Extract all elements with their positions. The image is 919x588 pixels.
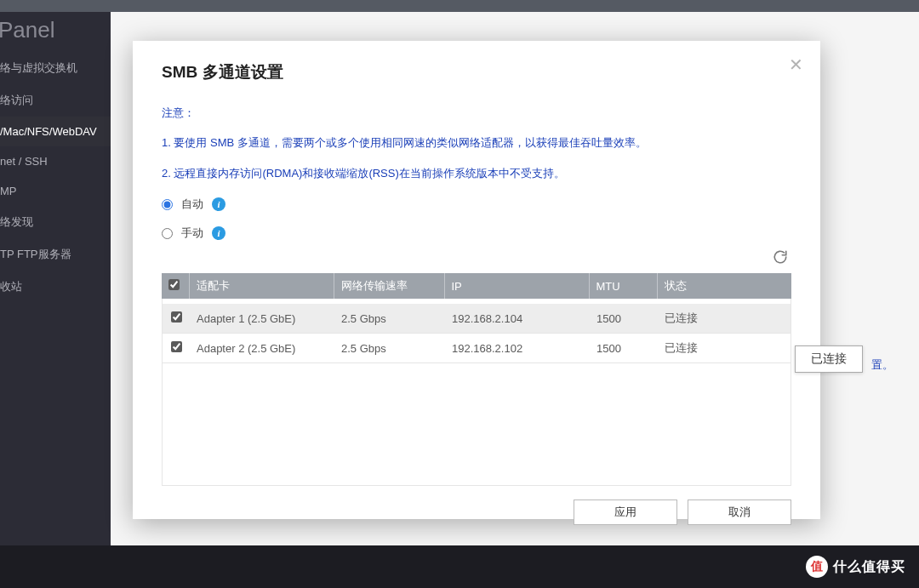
sidebar-item-label: 络发现 xyxy=(0,215,33,228)
brand-watermark: 值 什么值得买 xyxy=(806,556,905,578)
row-checkbox[interactable] xyxy=(171,341,182,352)
radio-auto[interactable] xyxy=(162,199,173,210)
cell-rate: 2.5 Gbps xyxy=(334,334,445,363)
row-checkbox[interactable] xyxy=(171,311,182,323)
sidebar: Panel 络与虚拟交换机 络访问 /Mac/NFS/WebDAV net / … xyxy=(0,12,111,545)
col-header-status[interactable]: 状态 xyxy=(657,273,791,299)
sidebar-item-ftp-server[interactable]: TP FTP服务器 xyxy=(0,238,111,271)
radio-manual[interactable] xyxy=(162,228,173,239)
table-row[interactable]: Adapter 1 (2.5 GbE) 2.5 Gbps 192.168.2.1… xyxy=(163,304,791,334)
col-header-adapter[interactable]: 适配卡 xyxy=(189,273,334,299)
cell-ip: 192.168.2.102 xyxy=(445,334,590,363)
app-title: Panel xyxy=(0,12,111,52)
cell-ip: 192.168.2.104 xyxy=(445,304,590,334)
radio-auto-label: 自动 xyxy=(181,197,203,212)
watermark-bar: 值 什么值得买 xyxy=(0,545,919,588)
note-header: 注意： xyxy=(162,106,791,121)
sidebar-item-label: net / SSH xyxy=(0,155,48,168)
apply-button[interactable]: 应用 xyxy=(574,500,677,525)
col-header-rate[interactable]: 网络传输速率 xyxy=(334,273,444,299)
refresh-icon[interactable] xyxy=(773,249,788,268)
cell-adapter: Adapter 2 (2.5 GbE) xyxy=(190,334,334,363)
brand-icon: 值 xyxy=(806,556,828,578)
cell-mtu: 1500 xyxy=(590,334,658,363)
sidebar-item-mac-nfs-webdav[interactable]: /Mac/NFS/WebDAV xyxy=(0,117,111,146)
cell-rate: 2.5 Gbps xyxy=(334,304,445,334)
background-text-fragment: 置。 xyxy=(871,357,893,373)
col-header-ip[interactable]: IP xyxy=(444,273,589,299)
dialog-title: SMB 多通道设置 xyxy=(162,61,791,83)
sidebar-item-label: 收站 xyxy=(0,280,22,293)
cell-status: 已连接 xyxy=(658,304,791,334)
sidebar-item-net-ssh[interactable]: net / SSH xyxy=(0,146,111,176)
adapter-table: 适配卡 网络传输速率 IP MTU 状态 xyxy=(162,273,791,299)
close-icon[interactable]: ✕ xyxy=(789,56,803,73)
sidebar-item-recycle-bin[interactable]: 收站 xyxy=(0,271,111,303)
header-checkbox[interactable] xyxy=(168,279,180,290)
sidebar-item-label: TP FTP服务器 xyxy=(0,248,71,260)
cell-mtu: 1500 xyxy=(590,304,658,334)
sidebar-item-snmp[interactable]: MP xyxy=(0,176,111,206)
cell-adapter: Adapter 1 (2.5 GbE) xyxy=(190,304,334,334)
sidebar-item-label: MP xyxy=(0,185,17,197)
sidebar-item-network-access[interactable]: 络访问 xyxy=(0,84,111,117)
note-line-1: 1. 要使用 SMB 多通道，需要两个或多个使用相同网速的类似网络适配器，以获得… xyxy=(162,134,791,151)
sidebar-item-network-vswitch[interactable]: 络与虚拟交换机 xyxy=(0,52,111,84)
radio-manual-label: 手动 xyxy=(181,225,203,241)
info-icon[interactable]: i xyxy=(212,197,225,211)
sidebar-item-label: 络访问 xyxy=(0,94,33,106)
cell-status: 已连接 xyxy=(658,334,791,363)
status-tooltip: 已连接 xyxy=(795,345,863,373)
brand-text: 什么值得买 xyxy=(833,558,905,576)
table-row[interactable]: Adapter 2 (2.5 GbE) 2.5 Gbps 192.168.2.1… xyxy=(163,334,791,363)
cancel-button[interactable]: 取消 xyxy=(688,500,791,525)
sidebar-item-label: /Mac/NFS/WebDAV xyxy=(0,125,97,138)
info-icon[interactable]: i xyxy=(212,226,225,240)
sidebar-item-label: 络与虚拟交换机 xyxy=(0,61,77,74)
note-line-2: 2. 远程直接内存访问(RDMA)和接收端缩放(RSS)在当前操作系统版本中不受… xyxy=(162,165,791,182)
window-titlebar xyxy=(0,0,919,12)
smb-multichannel-dialog: ✕ SMB 多通道设置 注意： 1. 要使用 SMB 多通道，需要两个或多个使用… xyxy=(133,41,820,519)
col-header-mtu[interactable]: MTU xyxy=(589,273,657,299)
sidebar-item-network-discovery[interactable]: 络发现 xyxy=(0,206,111,238)
